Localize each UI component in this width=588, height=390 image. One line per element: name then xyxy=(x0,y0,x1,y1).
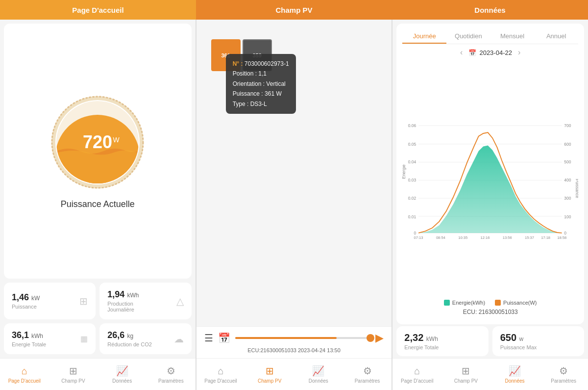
stat-info-co2: 26,6 kg Réduction de CO2 xyxy=(107,330,152,347)
p3-stat-energie: 2,32 kWh Energie Totale xyxy=(396,326,488,356)
calendar-icon[interactable]: 📅 xyxy=(218,332,230,344)
legend-energie: Energie(kWh) xyxy=(444,300,485,306)
period-tabs: Journée Quotidien Mensuel Annuel xyxy=(402,29,578,44)
cloud-icon: ☁ xyxy=(174,333,184,345)
stat-value-co2: 26,6 kg xyxy=(107,330,152,340)
chart3-icon: 📈 xyxy=(509,365,521,377)
svg-text:Puissance: Puissance xyxy=(575,179,578,198)
chart2-icon: 📈 xyxy=(312,365,324,377)
settings-icon: ⚙ xyxy=(167,365,175,377)
chart-area: 0.06 0.05 0.04 0.03 0.02 0.01 0 Energie … xyxy=(402,61,578,297)
stats-grid: 1,46 kW Puissance ⊞ 1,94 kWh ProductionJ… xyxy=(4,283,192,354)
nav2-home[interactable]: ⌂ Page D'accueil xyxy=(196,359,245,390)
puissance-legend-label: Puissance(W) xyxy=(503,300,537,306)
bar-chart-icon: ▦ xyxy=(80,334,88,343)
svg-text:0: 0 xyxy=(564,231,567,235)
p3-value-puissance: 650 w xyxy=(500,332,576,343)
svg-text:18:58: 18:58 xyxy=(558,235,567,240)
nav-params[interactable]: ⚙ Paramètres xyxy=(147,359,196,390)
nav2-champ-label: Champ PV xyxy=(258,378,281,384)
header-right-label: Données xyxy=(474,6,505,14)
p3-name-puissance: Puissance Max xyxy=(500,344,576,350)
svg-text:12:16: 12:16 xyxy=(481,235,490,240)
tab-annuel[interactable]: Annuel xyxy=(534,29,578,44)
nav2-donnees[interactable]: 📈 Données xyxy=(294,359,343,390)
tooltip-position: Position : 1,1 xyxy=(233,69,289,78)
svg-text:0.05: 0.05 xyxy=(408,142,416,147)
stat-value-puissance: 1,46 kW xyxy=(12,292,40,303)
svg-text:300: 300 xyxy=(564,196,571,201)
nav2-donnees-label: Données xyxy=(309,378,328,384)
nav2-champ[interactable]: ⊞ Champ PV xyxy=(245,359,294,390)
tooltip-n: N° : 703000602973-1 xyxy=(233,59,289,69)
energie-legend-label: Energie(kWh) xyxy=(452,300,485,306)
p3-name-energie: Energie Totale xyxy=(404,344,480,350)
gauge-svg: 720 W xyxy=(49,93,147,191)
svg-text:15:37: 15:37 xyxy=(525,235,534,240)
stat-name-energie: Energie Totale xyxy=(12,341,46,347)
svg-text:700: 700 xyxy=(564,123,571,128)
bottom-nav-home: ⌂ Page D'accueil ⊞ Champ PV 📈 Données ⚙ … xyxy=(0,358,196,390)
stat-value-energie: 36,1 kWh xyxy=(12,330,46,340)
tooltip-type: Type : DS3-L xyxy=(233,99,289,109)
home2-icon: ⌂ xyxy=(218,365,223,377)
svg-text:0.02: 0.02 xyxy=(408,196,416,201)
tab-journee[interactable]: Journée xyxy=(402,29,446,44)
tab-quotidien[interactable]: Quotidien xyxy=(446,29,490,44)
slider-fill xyxy=(235,337,337,339)
nav2-params[interactable]: ⚙ Paramètres xyxy=(343,359,392,390)
nav-home-label: Page D'accueil xyxy=(8,378,41,384)
svg-text:10:35: 10:35 xyxy=(459,235,468,240)
svg-text:13:56: 13:56 xyxy=(503,235,512,240)
header-right: Données xyxy=(392,0,588,20)
nav3-champ-label: Champ PV xyxy=(454,378,478,384)
date-navigation: ‹ 📅 2023-04-22 › xyxy=(402,48,578,57)
nav-donnees[interactable]: 📈 Données xyxy=(98,359,147,390)
tab-mensuel[interactable]: Mensuel xyxy=(490,29,535,44)
stat-value-production: 1,94 kWh xyxy=(107,289,139,300)
time-slider-track xyxy=(235,337,371,339)
stat-card-co2: 26,6 kg Réduction de CO2 ☁ xyxy=(99,323,191,354)
panel-champ: 361 359 N° : 703000602973-1 Position : 1… xyxy=(196,20,392,390)
svg-text:100: 100 xyxy=(564,214,571,219)
panel3-stats: 2,32 kWh Energie Totale 650 w Puissance … xyxy=(396,326,584,356)
date-next-arrow[interactable]: › xyxy=(518,48,520,57)
champ-bottom-controls: ☰ 📅 ▶ ECU:216300051033 2023-04-24 13:50 xyxy=(196,326,392,358)
energie-dot xyxy=(444,300,450,306)
current-date: 2023-04-22 xyxy=(479,49,512,56)
gauge-label: Puissance Actuelle xyxy=(61,199,135,209)
puissance-dot xyxy=(495,300,501,306)
grid-icon: ⊞ xyxy=(69,365,77,377)
slider-thumb[interactable] xyxy=(367,334,374,342)
svg-text:17:18: 17:18 xyxy=(541,235,550,240)
nav3-donnees[interactable]: 📈 Données xyxy=(490,359,539,390)
solar-panel-icon: ⊞ xyxy=(79,295,88,307)
stat-name-co2: Réduction de CO2 xyxy=(107,341,152,347)
settings2-icon: ⚙ xyxy=(363,365,372,377)
legend-puissance: Puissance(W) xyxy=(495,300,537,306)
chart-panel: Journée Quotidien Mensuel Annuel ‹ 📅 202… xyxy=(396,24,584,324)
calendar-icon-small: 📅 xyxy=(468,49,476,56)
header-center: Champ PV xyxy=(196,0,392,20)
svg-text:400: 400 xyxy=(564,178,571,182)
stat-card-energie: 36,1 kWh Energie Totale ▦ xyxy=(4,323,96,354)
controls-row: ☰ 📅 ▶ xyxy=(204,332,384,344)
p3-stat-puissance: 650 w Puissance Max xyxy=(492,326,584,356)
list-icon[interactable]: ☰ xyxy=(204,332,213,344)
nav-home[interactable]: ⌂ Page D'accueil xyxy=(0,359,49,390)
chart-icon: 📈 xyxy=(116,365,128,377)
date-display: 📅 2023-04-22 xyxy=(468,49,512,56)
play-button[interactable]: ▶ xyxy=(375,332,384,344)
stat-info-energie: 36,1 kWh Energie Totale xyxy=(12,330,46,347)
nav3-champ[interactable]: ⊞ Champ PV xyxy=(441,359,490,390)
bottom-nav-champ: ⌂ Page D'accueil ⊞ Champ PV 📈 Données ⚙ … xyxy=(196,358,392,390)
nav-champ[interactable]: ⊞ Champ PV xyxy=(49,359,98,390)
tooltip-puissance: Puissance : 361 W xyxy=(233,89,289,99)
stat-card-puissance: 1,46 kW Puissance ⊞ xyxy=(4,283,96,319)
date-prev-arrow[interactable]: ‹ xyxy=(460,48,463,57)
ecu-id: ECU: 216300051033 xyxy=(402,309,578,315)
nav3-donnees-label: Données xyxy=(505,378,525,384)
nav3-home[interactable]: ⌂ Page D'accueil xyxy=(392,359,441,390)
home3-icon: ⌂ xyxy=(414,365,420,377)
nav3-params[interactable]: ⚙ Paramètres xyxy=(539,359,588,390)
